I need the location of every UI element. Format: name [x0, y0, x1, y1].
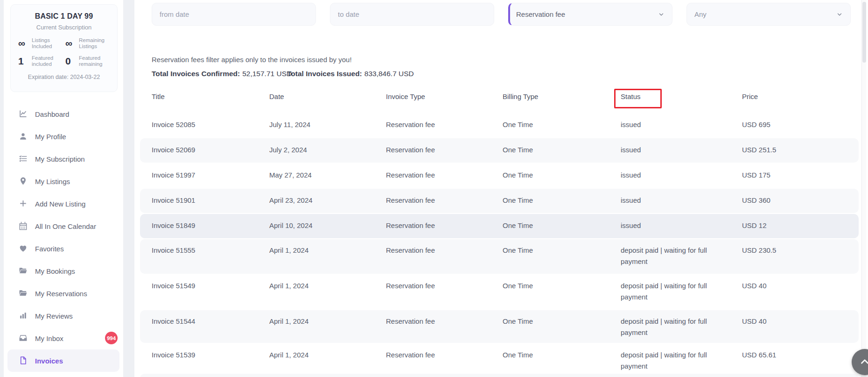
cell-title: Invoice 52085 [140, 113, 258, 137]
subscription-subtitle: Current Subscription [11, 24, 117, 31]
cell-price: USD 12 [730, 214, 859, 238]
cell-title: Invoice 51901 [140, 189, 258, 213]
cell-status: issued [609, 214, 730, 238]
cell-title: Invoice 51555 [140, 239, 258, 274]
vertical-scrollbar[interactable] [861, 0, 866, 377]
cell-date: April 1, 2024 [258, 310, 374, 343]
cell-invoice-type: Reservation fee [374, 113, 491, 137]
cell-status [609, 374, 730, 377]
cell-invoice-type: Reservation fee [374, 310, 491, 343]
cell-billing-type: One Time [491, 189, 609, 213]
main-content: Reservation fee Any Reservation fees fil… [134, 0, 868, 377]
cell-price: USD 40 [730, 310, 859, 343]
subscription-card: BASIC 1 DAY 99 Current Subscription ∞ Li… [10, 4, 118, 92]
calendar-icon [19, 221, 28, 231]
sidebar-item-my-inbox[interactable]: My Inbox 994 [4, 327, 123, 349]
column-header-status: Status [609, 92, 730, 100]
cell-date: April 10, 2024 [258, 214, 374, 238]
cell-status: deposit paid | waiting for full payment [609, 275, 730, 309]
column-header-date: Date [258, 92, 374, 100]
user-icon [19, 132, 28, 141]
cell-billing-type: One Time [491, 239, 609, 274]
cell-billing-type: One Time [491, 138, 609, 163]
cell-status: issued [609, 113, 730, 137]
cell-price [730, 374, 859, 377]
cell-invoice-type: Reservation fee [374, 239, 491, 274]
sidebar-item-label: All In One Calendar [35, 222, 96, 230]
from-date-field[interactable] [152, 3, 316, 26]
cell-status: issued [609, 138, 730, 163]
cell-date [258, 374, 374, 377]
sidebar-item-my-listings[interactable]: My Listings [4, 170, 123, 192]
cell-billing-type: One Time [491, 214, 609, 238]
cell-status: issued [609, 164, 730, 188]
stat-featured-remaining: 0 Featured remaining [65, 55, 112, 67]
cell-date: May 27, 2024 [258, 164, 374, 188]
cell-price: USD 175 [730, 164, 859, 188]
plus-icon [19, 199, 28, 208]
invoice-table-row[interactable]: Invoice 52069 July 2, 2024 Reservation f… [140, 138, 859, 163]
invoice-table-row[interactable]: Invoice 51901 April 23, 2024 Reservation… [140, 189, 859, 213]
invoice-table-row[interactable]: Invoice 51539 April 1, 2024 Reservation … [140, 344, 859, 373]
cell-title: Invoice 51997 [140, 164, 258, 188]
cell-billing-type: One Time [491, 275, 609, 309]
sidebar-item-label: My Reviews [35, 312, 73, 320]
status-filter-select[interactable]: Any [686, 3, 851, 26]
column-header-invoice-type: Invoice Type [374, 92, 491, 100]
sidebar-item-my-profile[interactable]: My Profile [4, 125, 123, 148]
cell-title: Invoice 51849 [140, 214, 258, 238]
cell-title: Invoice 51544 [140, 310, 258, 343]
folder-open-icon [19, 266, 28, 276]
invoice-table-row[interactable]: Invoice 51997 May 27, 2024 Reservation f… [140, 164, 859, 188]
from-date-input[interactable] [160, 10, 308, 18]
sidebar-item-dashboard[interactable]: Dashboard [4, 103, 123, 125]
scrollbar-thumb[interactable] [862, 2, 866, 63]
cell-date: July 11, 2024 [258, 113, 374, 137]
cell-title: Invoice 51549 [140, 275, 258, 309]
stat-label: Featured included [32, 55, 65, 67]
invoice-table-row[interactable]: Invoice 52085 July 11, 2024 Reservation … [140, 113, 859, 137]
sidebar-item-my-bookings[interactable]: My Bookings [4, 260, 123, 282]
cell-price: USD 251.5 [730, 138, 859, 163]
cell-invoice-type: Reservation fee [374, 189, 491, 213]
cell-billing-type: One Time [491, 113, 609, 137]
table-header-row: TitleDateInvoice TypeBilling TypeStatusP… [140, 92, 859, 100]
map-pin-icon [19, 177, 28, 186]
chevron-up-icon [859, 356, 868, 368]
sidebar-item-my-reviews[interactable]: My Reviews [4, 305, 123, 327]
sidebar-item-my-subscription[interactable]: My Subscription [4, 148, 123, 170]
cell-date: April 1, 2024 [258, 344, 374, 373]
invoice-table-row[interactable]: Invoice 51544 April 1, 2024 Reservation … [140, 310, 859, 343]
to-date-field[interactable] [330, 3, 494, 26]
status-filter-selected-value: Any [694, 10, 707, 18]
sidebar-item-add-new-listing[interactable]: Add New Listing [4, 192, 123, 215]
sidebar-item-invoices[interactable]: Invoices [7, 349, 119, 372]
sidebar-item-label: My Bookings [35, 267, 75, 275]
sidebar-menu: Dashboard My Profile My Subscription My … [4, 103, 123, 372]
invoice-table-row[interactable]: Invoice 51849 April 10, 2024 Reservation… [140, 214, 859, 238]
invoice-type-selected-value: Reservation fee [516, 10, 565, 18]
bar-chart-icon [19, 311, 28, 320]
subscription-stats: ∞ Listings Included ∞ Remaining Listings… [18, 37, 112, 67]
invoice-table-row[interactable]: Invoice 51555 April 1, 2024 Reservation … [140, 239, 859, 274]
cell-price: USD 40 [730, 275, 859, 309]
document-icon [19, 356, 28, 365]
cell-date: April 1, 2024 [258, 239, 374, 274]
total-issued: Total Invoices Issued:833,846.7 USD [287, 70, 414, 78]
to-date-input[interactable] [338, 10, 486, 18]
cell-invoice-type: Reservation fee [374, 214, 491, 238]
checklist-icon [19, 154, 28, 164]
cell-date: April 23, 2024 [258, 189, 374, 213]
cell-title: Invoice 51539 [140, 344, 258, 373]
invoice-table-row[interactable]: Invoice 51549 April 1, 2024 Reservation … [140, 275, 859, 309]
invoice-type-select[interactable]: Reservation fee [508, 3, 672, 26]
sidebar-item-favorites[interactable]: Favorites [4, 237, 123, 260]
sidebar-item-my-reservations[interactable]: My Reservations [4, 282, 123, 305]
folder-open-icon [19, 289, 28, 298]
sidebar-item-all-in-one-calendar[interactable]: All In One Calendar [4, 215, 123, 237]
cell-title [140, 374, 258, 377]
cell-price: USD 360 [730, 189, 859, 213]
chart-line-icon [19, 109, 28, 119]
invoice-table-row[interactable] [140, 374, 859, 377]
column-header-price: Price [730, 92, 859, 100]
